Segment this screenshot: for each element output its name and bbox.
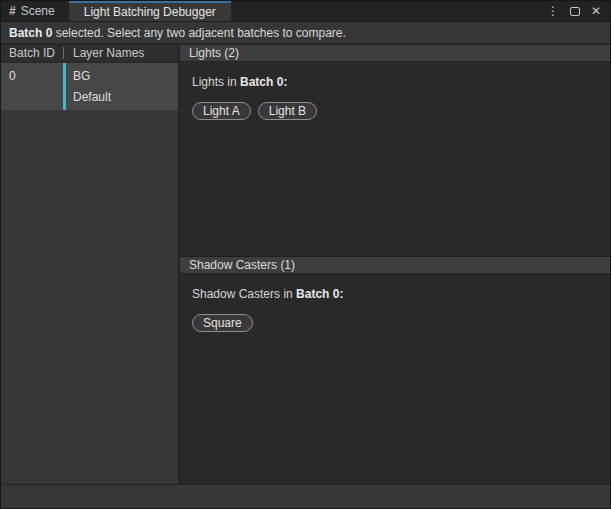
- details-panel: Lights (2) Lights in Batch 0: Light A Li…: [180, 45, 610, 484]
- light-chip[interactable]: Light A: [192, 102, 251, 120]
- column-header-layer-names: Layer Names: [73, 46, 144, 60]
- batch-row-0-selected[interactable]: 0 BG Default: [1, 63, 178, 110]
- lights-section-header: Lights (2): [180, 45, 610, 62]
- layer-name: Default: [73, 90, 111, 104]
- shadow-casters-section-body: Shadow Casters in Batch 0: Square: [180, 274, 610, 345]
- light-chip[interactable]: Light B: [258, 102, 317, 120]
- window-controls: ⋮ ✕: [547, 1, 610, 21]
- column-header-batch-id: Batch ID: [1, 46, 63, 60]
- lights-section-title: Lights (2): [189, 46, 239, 60]
- shadow-caster-chip[interactable]: Square: [192, 314, 253, 332]
- bottom-status-bar: [1, 484, 610, 508]
- info-bar-message: Batch 0 selected. Select any two adjacen…: [9, 26, 346, 40]
- tab-scene-label: Scene: [21, 4, 55, 18]
- info-bar-message-rest: selected. Select any two adjacent batche…: [52, 26, 346, 40]
- shadow-casters-caption-batch: Batch 0:: [296, 287, 343, 301]
- batch-row-layers: BG Default: [66, 63, 111, 110]
- info-bar: Batch 0 selected. Select any two adjacen…: [1, 22, 610, 44]
- kebab-menu-icon[interactable]: ⋮: [547, 4, 559, 18]
- shadow-casters-chip-row: Square: [192, 314, 598, 332]
- lights-caption-batch: Batch 0:: [240, 75, 287, 89]
- shadow-casters-caption: Shadow Casters in Batch 0:: [192, 287, 598, 301]
- batch-list-column-header: Batch ID Layer Names: [1, 45, 178, 63]
- main-area: Batch ID Layer Names 0 BG Default Lights…: [1, 44, 610, 484]
- batch-list-panel: Batch ID Layer Names 0 BG Default: [1, 45, 180, 484]
- lights-caption: Lights in Batch 0:: [192, 75, 598, 89]
- info-bar-selected-batch: Batch 0: [9, 26, 52, 40]
- tab-bar-spacer: [231, 1, 547, 21]
- light-batching-debugger-window: # Scene Light Batching Debugger ⋮ ✕ Batc…: [0, 0, 611, 509]
- scene-grid-icon: #: [9, 4, 16, 18]
- tab-scene[interactable]: # Scene: [1, 1, 69, 21]
- close-icon[interactable]: ✕: [591, 4, 601, 18]
- tab-light-batching-debugger[interactable]: Light Batching Debugger: [69, 1, 231, 21]
- shadow-casters-section-title: Shadow Casters (1): [189, 258, 295, 272]
- shadow-casters-caption-prefix: Shadow Casters in: [192, 287, 296, 301]
- lights-section-body: Lights in Batch 0: Light A Light B: [180, 62, 610, 133]
- lights-caption-prefix: Lights in: [192, 75, 240, 89]
- maximize-icon[interactable]: [570, 7, 580, 16]
- shadow-casters-section-header: Shadow Casters (1): [180, 257, 610, 274]
- tab-bar: # Scene Light Batching Debugger ⋮ ✕: [1, 1, 610, 22]
- shadow-casters-section: Shadow Casters (1) Shadow Casters in Bat…: [180, 257, 610, 484]
- batch-row-id: 0: [1, 63, 63, 110]
- column-divider: [63, 47, 64, 59]
- lights-section: Lights (2) Lights in Batch 0: Light A Li…: [180, 45, 610, 257]
- tab-light-batching-debugger-label: Light Batching Debugger: [84, 5, 216, 19]
- lights-chip-row: Light A Light B: [192, 102, 598, 120]
- layer-name: BG: [73, 69, 111, 83]
